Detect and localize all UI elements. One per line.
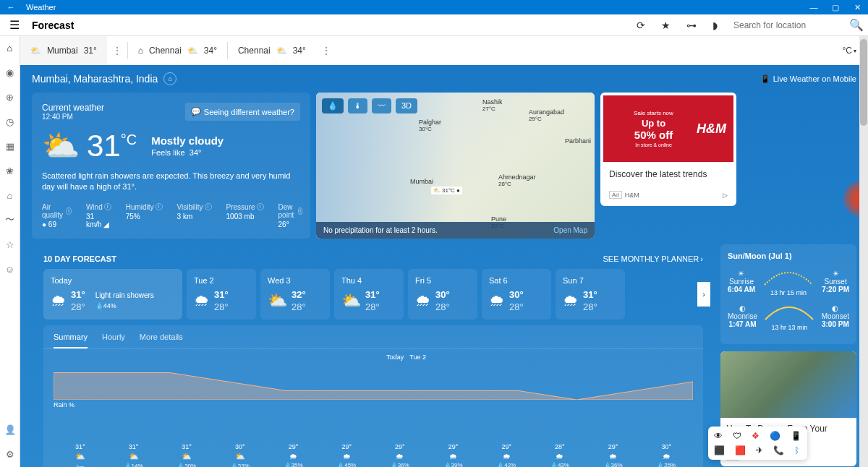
maximize-button[interactable]: ▢ (825, 3, 846, 12)
sidebar-account-icon[interactable]: 👤 (4, 424, 16, 435)
tray-icon[interactable]: ✈ (756, 445, 763, 455)
rain-percent-label: Rain % (54, 401, 75, 408)
location-tab-mumbai[interactable]: ⛅ Mumbai 31° (20, 36, 107, 65)
location-tab-chennai-2[interactable]: Chennai ⛅ 34° (228, 36, 316, 65)
tray-icon[interactable]: ᛒ (794, 445, 799, 455)
sidebar-pollen-icon[interactable]: ❀ (4, 165, 16, 176)
pin-icon[interactable]: ⊶ (686, 20, 697, 31)
wind-value: 31 km/h ◢ (86, 213, 111, 228)
sidebar-3d-icon[interactable]: ⊕ (4, 91, 16, 103)
sidebar-life-icon[interactable]: ⌂ (4, 189, 16, 201)
map-3d-button[interactable]: 3D (396, 98, 417, 113)
sidebar-favorites-icon[interactable]: ☆ (4, 239, 16, 250)
refresh-icon[interactable]: ⟳ (637, 20, 645, 31)
map-wind-button[interactable]: 〰 (372, 98, 391, 113)
forecast-next-button[interactable]: › (697, 282, 710, 307)
chevron-right-icon: › (700, 254, 703, 263)
weather-icon: ⛅ (54, 452, 107, 461)
forecast-day[interactable]: Wed 3⛅32°28° (260, 269, 330, 320)
back-button[interactable]: ← (0, 3, 22, 12)
info-icon[interactable]: i (66, 207, 72, 215)
scrollbar[interactable] (859, 36, 868, 467)
map-temperature-button[interactable]: 🌡 (348, 98, 367, 113)
feedback-icon: 💬 (191, 107, 201, 116)
sun-moon-title: Sun/Moon (Jul 1) (728, 252, 849, 260)
page-title: Forecast (25, 20, 74, 31)
sidebar-maps-icon[interactable]: ◉ (4, 67, 16, 78)
forecast-day[interactable]: Sat 6🌧30°28° (482, 269, 551, 320)
ad-upto-text: Up to (610, 118, 697, 129)
ad-store-text: In store & online (610, 142, 697, 147)
minimize-button[interactable]: — (803, 3, 825, 12)
live-weather-mobile-link[interactable]: 📱Live Weather on Mobile (760, 74, 856, 84)
day-duration: 13 hr 15 min (755, 289, 822, 296)
forecast-day[interactable]: Sun 7🌧31°28° (556, 269, 625, 320)
wind-label: Windi (86, 203, 111, 211)
map-city-ahmednagar: Ahmednagar28°C (498, 173, 536, 187)
forecast-day[interactable]: Thu 4⛅31°28° (334, 269, 404, 320)
info-icon[interactable]: i (104, 203, 111, 210)
weather-icon: ⛅ (213, 452, 267, 461)
tray-icon[interactable]: ⬛ (714, 445, 725, 455)
forecast-day-today[interactable]: Today 🌧 31°28° Light rain showers 💧44% (43, 269, 182, 320)
moon-icon: ◐ (739, 304, 746, 312)
ad-info-icon[interactable]: ▷ (723, 192, 728, 199)
tab-menu-icon[interactable]: ⋮ (107, 46, 127, 56)
tray-icon[interactable]: 🟥 (735, 445, 746, 455)
sidebar-home-icon[interactable]: ⌂ (4, 42, 16, 53)
favorite-icon[interactable]: ★ (661, 20, 671, 31)
weather-icon: ⛅ (160, 452, 213, 461)
current-temperature: 31°C (87, 129, 137, 163)
tab-menu-icon[interactable]: ⋮ (316, 46, 336, 56)
info-icon[interactable]: i (298, 207, 303, 215)
weather-icon: 🌧 (373, 452, 427, 460)
chart-tab-more[interactable]: More details (140, 333, 183, 348)
scroll-thumb[interactable] (860, 39, 867, 126)
tray-icon[interactable]: ❖ (752, 431, 760, 441)
sun-moon-card: Sun/Moon (Jul 1) ☀Sunrise6:04 AM 13 hr 1… (720, 244, 856, 344)
night-duration: 13 hr 13 min (757, 324, 822, 331)
open-map-link[interactable]: Open Map (553, 226, 587, 234)
seeing-different-button[interactable]: 💬Seeing different weather? (185, 103, 300, 121)
search-input[interactable] (733, 20, 842, 30)
close-button[interactable]: ✕ (846, 3, 868, 12)
visibility-label: Visibilityi (177, 203, 212, 211)
moon-icon: ◐ (832, 304, 838, 312)
ad-logo: H&M (697, 121, 726, 137)
aqi-label: Air qualityi (42, 203, 72, 219)
ad-card-hm[interactable]: Sale starts now Up to 50% off In store &… (600, 93, 736, 206)
weather-icon: ⛅ (107, 452, 161, 461)
chart-tab-summary[interactable]: Summary (54, 333, 88, 348)
sidebar-historical-icon[interactable]: 〜 (4, 214, 16, 226)
current-description: Scattered light rain showers are expecte… (42, 171, 300, 193)
set-home-button[interactable]: ⌂ (163, 72, 176, 85)
search-icon[interactable]: 🔍 (849, 18, 864, 32)
forecast-day[interactable]: Tue 2🌧31°28° (187, 269, 256, 320)
info-icon[interactable]: i (156, 203, 163, 210)
hamburger-menu[interactable]: ☰ (4, 15, 25, 35)
precipitation-map-card[interactable]: 💧 🌡 〰 3D Mumbai ⛅31°C ● Pune29°C Nashik2… (316, 93, 595, 239)
tray-icon[interactable]: 📞 (773, 445, 784, 455)
location-tab-chennai-1[interactable]: ⌂ Chennai ⛅ 34° (128, 36, 227, 65)
info-icon[interactable]: i (257, 203, 264, 210)
current-weather-time: 12:40 PM (42, 113, 104, 121)
map-precipitation-button[interactable]: 💧 (322, 98, 344, 113)
rain-icon: 🌧 (51, 291, 67, 310)
sidebar-feedback-icon[interactable]: ☺ (4, 263, 16, 275)
see-monthly-planner-link[interactable]: SEE MONTHLY PLANNER› (603, 254, 703, 263)
theme-toggle-icon[interactable]: ◗ (712, 20, 718, 31)
current-location-label: Mumbai, Maharashtra, India (32, 73, 158, 85)
sidebar-hourly-icon[interactable]: ◷ (4, 116, 16, 127)
chart-tab-hourly[interactable]: Hourly (102, 333, 125, 348)
tray-icon[interactable]: 📱 (791, 431, 801, 441)
info-icon[interactable]: i (205, 203, 212, 210)
tray-icon[interactable]: 👁 (714, 431, 723, 441)
ad-badge: Ad (609, 191, 622, 199)
forecast-day[interactable]: Fri 5🌧30°28° (408, 269, 477, 320)
tray-icon[interactable]: 🔵 (770, 431, 780, 441)
ad-advertiser: H&M (625, 192, 639, 199)
tray-icon[interactable]: 🛡 (733, 431, 741, 441)
sidebar-settings-icon[interactable]: ⚙ (4, 448, 16, 460)
visibility-value: 3 km (177, 213, 212, 220)
sidebar-monthly-icon[interactable]: ▦ (4, 140, 16, 152)
